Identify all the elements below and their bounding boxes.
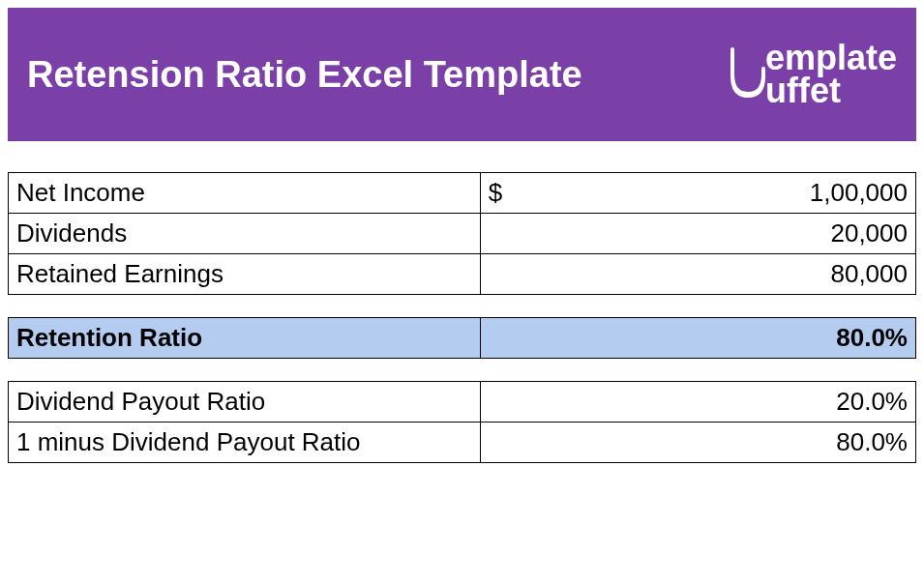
retention-ratio-value: 80.0% — [480, 317, 915, 358]
one-minus-payout-value: 80.0% — [480, 422, 915, 462]
logo-line1: emplate — [765, 42, 897, 74]
logo-text: emplate uffet — [765, 42, 897, 107]
table-row-dividend-payout: Dividend Payout Ratio 20.0% — [9, 381, 916, 422]
net-income-currency: $ — [480, 172, 525, 213]
table-row-one-minus-payout: 1 minus Dividend Payout Ratio 80.0% — [9, 422, 916, 462]
logo-line2: uffet — [765, 74, 897, 107]
spacer-row — [9, 149, 916, 172]
data-table: Net Income $ 1,00,000 Dividends 20,000 R… — [8, 149, 916, 463]
logo: emplate uffet — [723, 42, 897, 107]
dividends-value: 20,000 — [480, 213, 915, 253]
page-title: Retension Ratio Excel Template — [27, 54, 582, 96]
retention-ratio-label: Retention Ratio — [9, 317, 481, 358]
table-row-retention-ratio: Retention Ratio 80.0% — [9, 317, 916, 358]
dividend-payout-value: 20.0% — [480, 381, 915, 422]
dividend-payout-label: Dividend Payout Ratio — [9, 381, 481, 422]
dividends-label: Dividends — [9, 213, 481, 253]
table-row-net-income: Net Income $ 1,00,000 — [9, 172, 916, 213]
one-minus-payout-label: 1 minus Dividend Payout Ratio — [9, 422, 481, 462]
net-income-label: Net Income — [9, 172, 481, 213]
retained-earnings-value: 80,000 — [480, 253, 915, 294]
spacer-row — [9, 358, 916, 381]
data-table-container: Net Income $ 1,00,000 Dividends 20,000 R… — [8, 149, 916, 463]
retained-earnings-label: Retained Earnings — [9, 253, 481, 294]
header-banner: Retension Ratio Excel Template emplate u… — [8, 8, 916, 141]
spacer-row — [9, 294, 916, 317]
table-row-retained-earnings: Retained Earnings 80,000 — [9, 253, 916, 294]
table-row-dividends: Dividends 20,000 — [9, 213, 916, 253]
net-income-value: 1,00,000 — [525, 172, 915, 213]
spoon-icon — [723, 45, 769, 103]
